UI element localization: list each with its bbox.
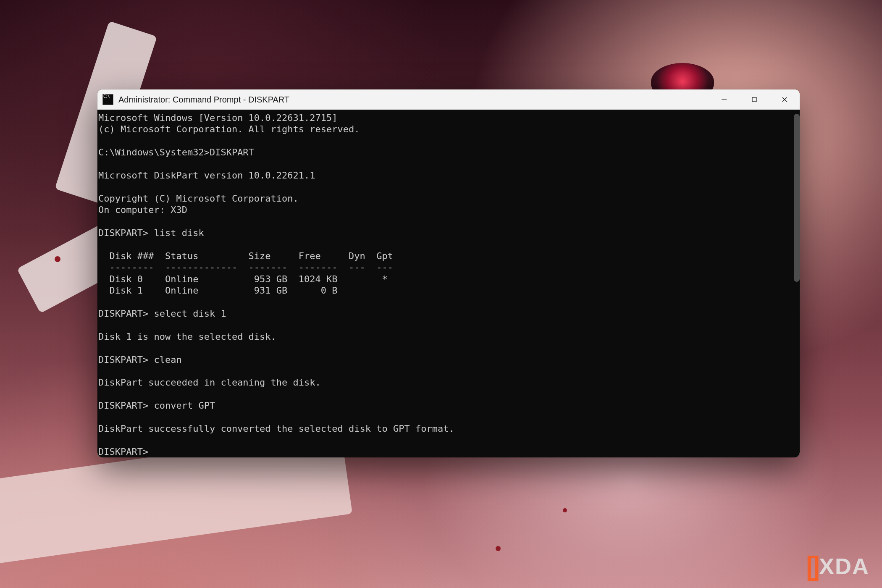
command-prompt-window: Administrator: Command Prompt - DISKPART… xyxy=(97,89,800,457)
watermark: [] XDA xyxy=(806,553,869,580)
watermark-text: XDA xyxy=(819,555,869,578)
wallpaper-sparkle xyxy=(563,508,567,512)
watermark-bracket-icon: [] xyxy=(806,553,816,580)
wallpaper-sparkle xyxy=(55,256,60,262)
terminal-output[interactable]: Microsoft Windows [Version 10.0.22631.27… xyxy=(97,110,800,457)
wallpaper-sparkle xyxy=(496,546,501,551)
close-icon xyxy=(781,96,788,103)
minimize-button[interactable] xyxy=(709,89,739,110)
close-button[interactable] xyxy=(769,89,800,110)
maximize-icon xyxy=(751,96,758,103)
titlebar[interactable]: Administrator: Command Prompt - DISKPART xyxy=(97,89,800,110)
window-title: Administrator: Command Prompt - DISKPART xyxy=(118,95,289,105)
scrollbar-thumb[interactable] xyxy=(794,114,800,282)
desktop-wallpaper: Administrator: Command Prompt - DISKPART… xyxy=(0,0,882,588)
cmd-icon xyxy=(102,94,113,105)
minimize-icon xyxy=(721,96,727,103)
svg-rect-1 xyxy=(752,97,756,102)
maximize-button[interactable] xyxy=(739,89,769,110)
